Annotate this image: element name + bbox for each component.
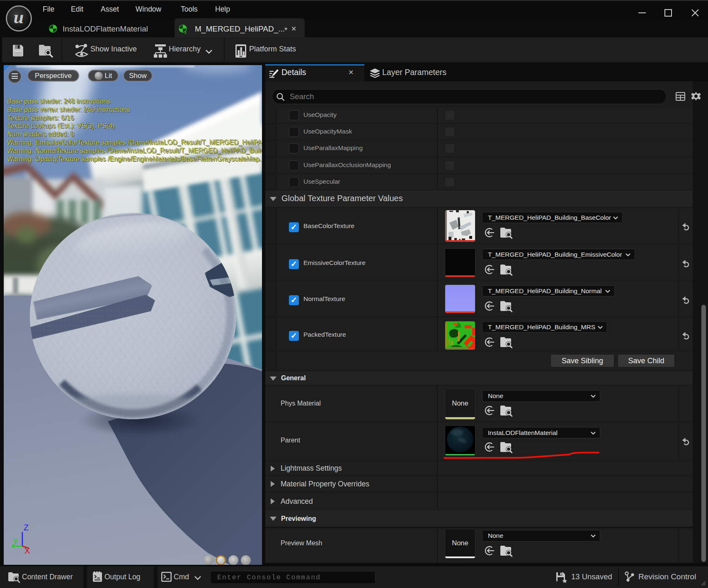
svg-text:Y: Y [13,537,18,546]
svg-text:x: x [184,30,187,34]
svg-text:Z: Z [24,525,29,532]
svg-text:X: X [24,546,30,554]
